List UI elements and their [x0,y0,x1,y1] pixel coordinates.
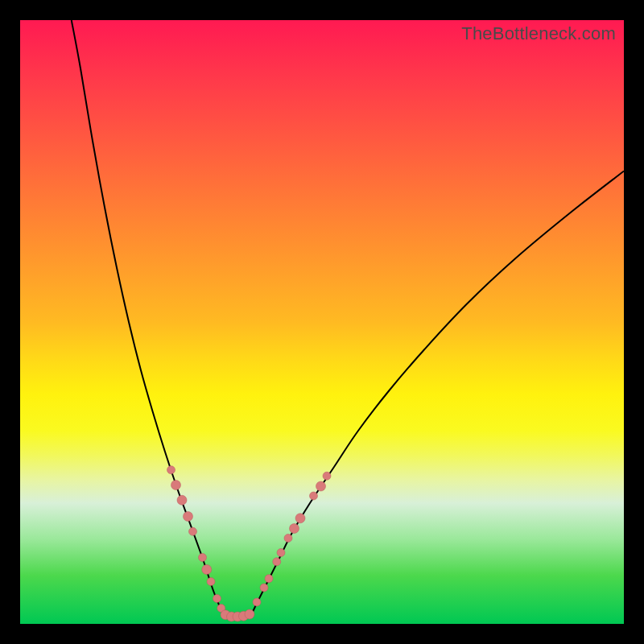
data-dot [290,524,299,534]
chart-area: TheBottleneck.com [20,20,624,624]
data-dot [167,466,175,474]
data-dot [207,578,215,586]
plot-svg [20,20,624,624]
curves-group [72,20,624,617]
data-dot [253,598,261,606]
data-dot [202,565,212,575]
data-dot [177,495,187,505]
data-dot [316,481,326,491]
data-dot [295,514,305,523]
dots-group [167,466,332,621]
data-dot [245,609,254,619]
data-dot [265,575,273,583]
data-dot [184,512,193,522]
data-dot [310,492,318,500]
data-dot [171,481,181,490]
data-dot [273,558,281,566]
data-dot [277,549,285,557]
data-dot [260,584,268,592]
data-dot [199,554,207,562]
data-dot [213,595,221,603]
data-dot [189,527,197,535]
data-dot [284,535,292,543]
curve-right-curve [251,171,624,615]
curve-left-curve [72,20,224,615]
data-dot [323,472,331,480]
